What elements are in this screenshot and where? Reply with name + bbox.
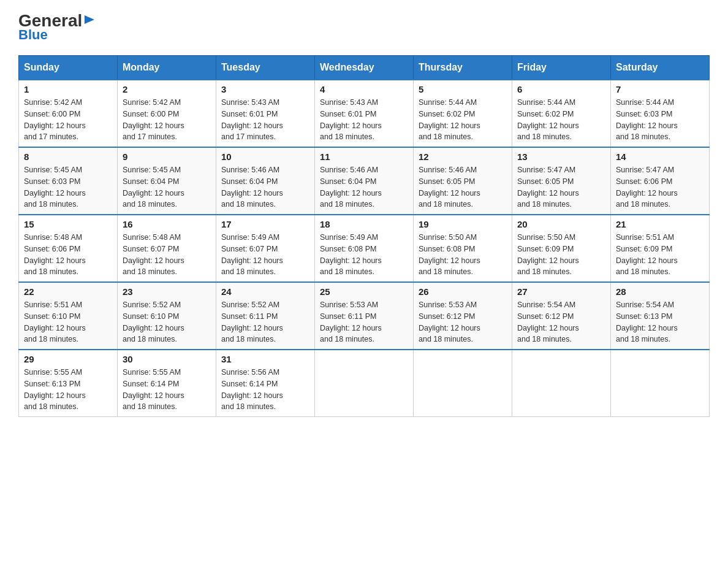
col-header-saturday: Saturday [611,56,710,80]
col-header-thursday: Thursday [414,56,512,80]
col-header-wednesday: Wednesday [315,56,414,80]
day-info: Sunrise: 5:53 AMSunset: 6:11 PMDaylight:… [320,299,408,345]
calendar-cell: 10Sunrise: 5:46 AMSunset: 6:04 PMDayligh… [216,147,315,215]
calendar-cell: 27Sunrise: 5:54 AMSunset: 6:12 PMDayligh… [512,282,611,350]
calendar-cell: 12Sunrise: 5:46 AMSunset: 6:05 PMDayligh… [414,147,512,215]
day-number: 26 [419,286,507,297]
calendar-cell: 13Sunrise: 5:47 AMSunset: 6:05 PMDayligh… [512,147,611,215]
calendar-cell: 25Sunrise: 5:53 AMSunset: 6:11 PMDayligh… [315,282,414,350]
calendar-cell: 30Sunrise: 5:55 AMSunset: 6:14 PMDayligh… [118,350,216,417]
day-number: 22 [24,286,112,297]
day-number: 6 [517,84,605,94]
day-info: Sunrise: 5:47 AMSunset: 6:05 PMDaylight:… [517,164,605,210]
calendar-cell: 11Sunrise: 5:46 AMSunset: 6:04 PMDayligh… [315,147,414,215]
day-number: 13 [517,151,605,162]
day-number: 23 [123,286,211,297]
calendar-cell: 15Sunrise: 5:48 AMSunset: 6:06 PMDayligh… [19,215,118,282]
col-header-tuesday: Tuesday [216,56,315,80]
day-info: Sunrise: 5:50 AMSunset: 6:09 PMDaylight:… [517,232,605,278]
day-number: 2 [123,84,211,94]
calendar-cell: 20Sunrise: 5:50 AMSunset: 6:09 PMDayligh… [512,215,611,282]
day-info: Sunrise: 5:43 AMSunset: 6:01 PMDaylight:… [320,97,408,143]
col-header-monday: Monday [118,56,216,80]
day-info: Sunrise: 5:48 AMSunset: 6:07 PMDaylight:… [123,232,211,278]
logo: General Blue [18,12,97,43]
day-number: 5 [419,84,507,94]
day-info: Sunrise: 5:47 AMSunset: 6:06 PMDaylight:… [616,164,704,210]
calendar-header-row: SundayMondayTuesdayWednesdayThursdayFrid… [19,56,710,80]
calendar-cell: 1Sunrise: 5:42 AMSunset: 6:00 PMDaylight… [19,80,118,147]
day-info: Sunrise: 5:42 AMSunset: 6:00 PMDaylight:… [123,97,211,143]
day-info: Sunrise: 5:49 AMSunset: 6:08 PMDaylight:… [320,232,408,278]
day-number: 29 [24,354,112,364]
calendar-cell: 24Sunrise: 5:52 AMSunset: 6:11 PMDayligh… [216,282,315,350]
day-number: 12 [419,151,507,162]
calendar-cell: 22Sunrise: 5:51 AMSunset: 6:10 PMDayligh… [19,282,118,350]
day-number: 1 [24,84,112,94]
col-header-friday: Friday [512,56,611,80]
calendar-table: SundayMondayTuesdayWednesdayThursdayFrid… [18,55,710,417]
calendar-cell: 5Sunrise: 5:44 AMSunset: 6:02 PMDaylight… [414,80,512,147]
week-row-3: 15Sunrise: 5:48 AMSunset: 6:06 PMDayligh… [19,215,710,282]
calendar-cell: 16Sunrise: 5:48 AMSunset: 6:07 PMDayligh… [118,215,216,282]
calendar-cell: 8Sunrise: 5:45 AMSunset: 6:03 PMDaylight… [19,147,118,215]
day-number: 9 [123,151,211,162]
svg-marker-0 [85,15,94,24]
day-info: Sunrise: 5:50 AMSunset: 6:08 PMDaylight:… [419,232,507,278]
day-info: Sunrise: 5:43 AMSunset: 6:01 PMDaylight:… [221,97,309,143]
day-number: 28 [616,286,704,297]
day-info: Sunrise: 5:55 AMSunset: 6:13 PMDaylight:… [24,367,112,413]
day-number: 25 [320,286,408,297]
calendar-cell: 17Sunrise: 5:49 AMSunset: 6:07 PMDayligh… [216,215,315,282]
calendar-cell [315,350,414,417]
calendar-cell: 2Sunrise: 5:42 AMSunset: 6:00 PMDaylight… [118,80,216,147]
calendar-cell: 14Sunrise: 5:47 AMSunset: 6:06 PMDayligh… [611,147,710,215]
day-number: 10 [221,151,309,162]
calendar-cell: 19Sunrise: 5:50 AMSunset: 6:08 PMDayligh… [414,215,512,282]
day-info: Sunrise: 5:46 AMSunset: 6:04 PMDaylight:… [320,164,408,210]
calendar-cell: 6Sunrise: 5:44 AMSunset: 6:02 PMDaylight… [512,80,611,147]
day-info: Sunrise: 5:44 AMSunset: 6:02 PMDaylight:… [419,97,507,143]
calendar-cell [512,350,611,417]
calendar-cell: 9Sunrise: 5:45 AMSunset: 6:04 PMDaylight… [118,147,216,215]
week-row-4: 22Sunrise: 5:51 AMSunset: 6:10 PMDayligh… [19,282,710,350]
calendar-cell: 3Sunrise: 5:43 AMSunset: 6:01 PMDaylight… [216,80,315,147]
calendar-cell: 28Sunrise: 5:54 AMSunset: 6:13 PMDayligh… [611,282,710,350]
calendar-cell: 18Sunrise: 5:49 AMSunset: 6:08 PMDayligh… [315,215,414,282]
day-info: Sunrise: 5:48 AMSunset: 6:06 PMDaylight:… [24,232,112,278]
day-number: 21 [616,219,704,229]
logo-blue-text: Blue [18,27,48,43]
day-info: Sunrise: 5:42 AMSunset: 6:00 PMDaylight:… [24,97,112,143]
day-number: 20 [517,219,605,229]
calendar-cell [414,350,512,417]
page-header: General Blue [18,12,710,43]
day-number: 31 [221,354,309,364]
day-info: Sunrise: 5:46 AMSunset: 6:04 PMDaylight:… [221,164,309,210]
day-number: 19 [419,219,507,229]
calendar-cell: 26Sunrise: 5:53 AMSunset: 6:12 PMDayligh… [414,282,512,350]
day-number: 17 [221,219,309,229]
day-info: Sunrise: 5:51 AMSunset: 6:09 PMDaylight:… [616,232,704,278]
day-info: Sunrise: 5:49 AMSunset: 6:07 PMDaylight:… [221,232,309,278]
day-info: Sunrise: 5:45 AMSunset: 6:04 PMDaylight:… [123,164,211,210]
calendar-cell: 29Sunrise: 5:55 AMSunset: 6:13 PMDayligh… [19,350,118,417]
day-info: Sunrise: 5:54 AMSunset: 6:13 PMDaylight:… [616,299,704,345]
day-number: 11 [320,151,408,162]
day-number: 3 [221,84,309,94]
day-number: 7 [616,84,704,94]
day-number: 30 [123,354,211,364]
calendar-cell [611,350,710,417]
day-number: 8 [24,151,112,162]
day-info: Sunrise: 5:44 AMSunset: 6:03 PMDaylight:… [616,97,704,143]
day-info: Sunrise: 5:45 AMSunset: 6:03 PMDaylight:… [24,164,112,210]
calendar-cell: 31Sunrise: 5:56 AMSunset: 6:14 PMDayligh… [216,350,315,417]
day-info: Sunrise: 5:56 AMSunset: 6:14 PMDaylight:… [221,367,309,413]
logo-arrow-icon [83,13,97,26]
col-header-sunday: Sunday [19,56,118,80]
day-info: Sunrise: 5:44 AMSunset: 6:02 PMDaylight:… [517,97,605,143]
week-row-5: 29Sunrise: 5:55 AMSunset: 6:13 PMDayligh… [19,350,710,417]
day-number: 15 [24,219,112,229]
day-info: Sunrise: 5:52 AMSunset: 6:11 PMDaylight:… [221,299,309,345]
calendar-cell: 21Sunrise: 5:51 AMSunset: 6:09 PMDayligh… [611,215,710,282]
day-info: Sunrise: 5:53 AMSunset: 6:12 PMDaylight:… [419,299,507,345]
